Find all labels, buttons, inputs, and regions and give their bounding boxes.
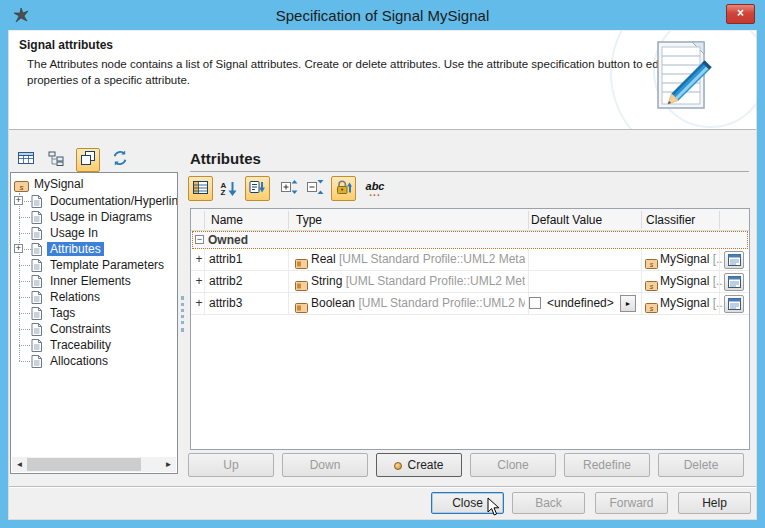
- view-windows-button[interactable]: [76, 148, 100, 172]
- scroll-right-icon[interactable]: ►: [161, 457, 176, 472]
- panel-title-separator: [190, 171, 749, 172]
- table-row[interactable]: + attrib2 String [UML Standard Profile::…: [191, 271, 749, 293]
- help-button[interactable]: Help: [678, 492, 751, 514]
- tree-item-allocations[interactable]: Allocations: [11, 353, 178, 369]
- group-by-icon: [249, 179, 266, 199]
- tree-stub: [19, 329, 30, 330]
- column-separator: [719, 211, 720, 229]
- clone-button[interactable]: Clone: [470, 453, 556, 477]
- view-table-button[interactable]: [14, 148, 38, 172]
- page-icon: [31, 354, 42, 372]
- delete-button[interactable]: Delete: [658, 453, 744, 477]
- tree-item-documentation[interactable]: + Documentation/Hyperlink: [11, 193, 178, 209]
- sort-button[interactable]: AZ: [217, 176, 241, 201]
- redefine-button[interactable]: Redefine: [564, 453, 650, 477]
- collapse-all-button[interactable]: [303, 176, 327, 201]
- signal-icon: s: [645, 299, 658, 317]
- collapse-all-icon: [307, 179, 324, 199]
- expand-icon[interactable]: +: [14, 196, 23, 205]
- tree-stub: [19, 233, 30, 234]
- table-columns-icon: [193, 180, 208, 198]
- edit-cell-button[interactable]: abc...: [361, 176, 389, 201]
- open-specification-button[interactable]: [724, 251, 744, 269]
- tree-item-template-parameters[interactable]: Template Parameters: [11, 257, 178, 273]
- tree-item-label: Usage in Diagrams: [47, 210, 155, 224]
- header-description-line2: properties of a specific attribute.: [27, 74, 190, 86]
- scroll-left-icon[interactable]: ◄: [12, 457, 27, 472]
- forward-button[interactable]: Forward: [595, 492, 668, 514]
- table-row[interactable]: + attrib1 Real [UML Standard Profile::UM…: [191, 249, 749, 271]
- group-row-owned[interactable]: − Owned: [192, 231, 748, 249]
- svg-text:s: s: [20, 183, 24, 192]
- up-button[interactable]: Up: [188, 453, 274, 477]
- header-description-line1: The Attributes node contains a list of S…: [27, 58, 664, 70]
- undefined-checkbox[interactable]: [529, 297, 541, 309]
- attributes-table: Name Type Default Value Classifier − Own…: [190, 208, 750, 450]
- svg-text:s: s: [650, 283, 654, 290]
- tree-item-label: Relations: [47, 290, 103, 304]
- column-header-classifier[interactable]: Classifier: [646, 213, 695, 227]
- tree-item-tags[interactable]: Tags: [11, 305, 178, 321]
- row-expand-icon[interactable]: +: [194, 274, 204, 288]
- tree-item-label: Template Parameters: [47, 258, 167, 272]
- tree-item-traceability[interactable]: Traceability: [11, 337, 178, 353]
- tree-stub: [19, 217, 30, 218]
- table-row[interactable]: + attrib3 Boolean [UML Standard Profile:…: [191, 293, 749, 315]
- refresh-icon: [112, 150, 128, 170]
- lock-editing-button[interactable]: [331, 176, 356, 201]
- collapse-icon[interactable]: −: [195, 235, 204, 244]
- column-header-name[interactable]: Name: [211, 213, 243, 227]
- scrollbar-thumb[interactable]: [27, 458, 141, 471]
- down-button[interactable]: Down: [282, 453, 368, 477]
- refresh-button[interactable]: [108, 148, 132, 172]
- right-arrow-icon: ►: [625, 300, 632, 307]
- row-expand-icon[interactable]: +: [194, 296, 204, 310]
- tree-item-label: Documentation/Hyperlink: [47, 194, 178, 208]
- group-label: Owned: [208, 233, 248, 247]
- tree-root-label: MySignal: [31, 177, 86, 191]
- svg-text:s: s: [650, 261, 654, 268]
- back-button[interactable]: Back: [512, 492, 585, 514]
- tree-stub: [19, 265, 30, 266]
- open-specification-button[interactable]: [724, 295, 744, 313]
- tree-horizontal-scrollbar[interactable]: ◄ ►: [12, 457, 176, 472]
- view-containment-button[interactable]: [44, 148, 68, 172]
- row-expand-icon[interactable]: +: [194, 252, 204, 266]
- mouse-cursor: [487, 497, 501, 521]
- tree-item-inner-elements[interactable]: Inner Elements: [11, 273, 178, 289]
- tree-item-usage-in[interactable]: Usage In: [11, 225, 178, 241]
- specification-tree: s MySignal + Documentation/Hyperlink Usa…: [10, 172, 178, 474]
- tree-view-icon: [48, 151, 64, 170]
- svg-text:s: s: [650, 305, 654, 312]
- column-separator: [204, 211, 205, 229]
- column-header-type[interactable]: Type: [296, 213, 322, 227]
- value-dropdown-button[interactable]: ►: [620, 295, 636, 312]
- tree-item-constraints[interactable]: Constraints: [11, 321, 178, 337]
- tree-item-label: Allocations: [47, 354, 111, 368]
- panel-splitter[interactable]: [181, 296, 185, 332]
- arrow-down-icon: [228, 181, 237, 197]
- close-icon: ×: [737, 6, 744, 20]
- footer-separator: [9, 487, 756, 488]
- specification-dialog: Specification of Signal MySignal × Signa…: [0, 0, 765, 528]
- open-specification-button[interactable]: [724, 273, 744, 291]
- group-by-button[interactable]: [245, 176, 270, 201]
- attribute-classifier: MySignal [...: [660, 296, 722, 310]
- expand-all-button[interactable]: [277, 176, 301, 201]
- close-window-button[interactable]: ×: [726, 4, 755, 24]
- dialog-header: Signal attributes The Attributes node co…: [9, 31, 756, 130]
- attribute-type: Boolean [UML Standard Profile::UML2 Me..…: [311, 296, 525, 310]
- tree-root-row[interactable]: s MySignal: [11, 176, 178, 192]
- tree-item-relations[interactable]: Relations: [11, 289, 178, 305]
- expand-icon[interactable]: +: [14, 244, 23, 253]
- column-header-default-value[interactable]: Default Value: [531, 213, 602, 227]
- attribute-type: Real [UML Standard Profile::UML2 Meta...: [311, 252, 525, 266]
- tree-item-attributes[interactable]: + Attributes: [11, 241, 178, 257]
- create-button[interactable]: Create: [376, 453, 462, 477]
- title-bar[interactable]: Specification of Signal MySignal ×: [0, 0, 765, 30]
- columns-config-button[interactable]: [188, 176, 213, 201]
- attributes-document-pencil-icon: [654, 39, 722, 129]
- tree-item-usage-in-diagrams[interactable]: Usage in Diagrams: [11, 209, 178, 225]
- attribute-name: attrib2: [209, 274, 242, 288]
- tree-stub: [19, 361, 30, 362]
